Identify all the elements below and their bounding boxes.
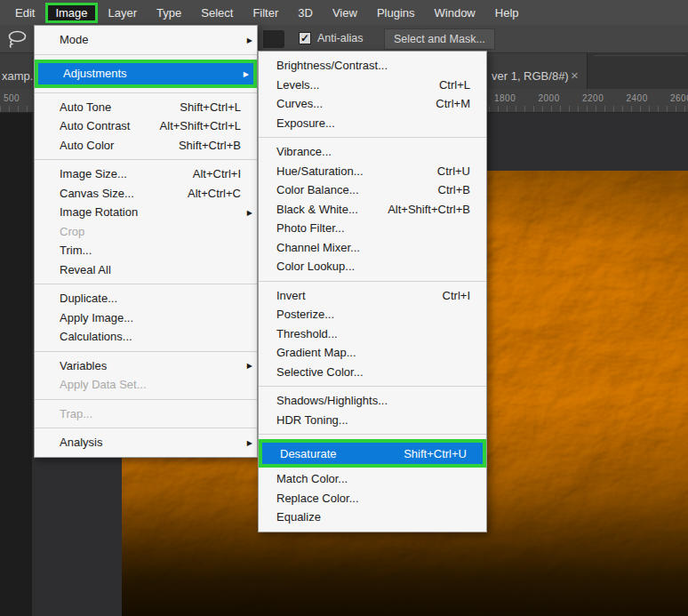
adjustments-item-color-lookup[interactable]: Color Lookup... [259, 257, 486, 276]
image-menu-item-crop: Crop [35, 222, 257, 242]
adjustments-item-black-white[interactable]: Black & White...Alt+Shift+Ctrl+B [259, 200, 486, 220]
adjustments-item-levels[interactable]: Levels...Ctrl+L [259, 76, 486, 95]
menu-item-label: Reveal All [60, 263, 111, 276]
adjustments-item-exposure[interactable]: Exposure... [259, 114, 486, 133]
lasso-tool-icon[interactable] [5, 28, 28, 54]
image-menu-separator [35, 92, 257, 93]
submenu-arrow-icon: ▶ [247, 362, 252, 370]
image-menu-item-auto-contrast[interactable]: Auto ContrastAlt+Shift+Ctrl+L [35, 116, 257, 136]
adjustments-item-threshold[interactable]: Threshold... [259, 324, 486, 344]
menubar-item-layer[interactable]: Layer [99, 3, 148, 23]
close-tab-icon[interactable]: × [571, 68, 579, 83]
adjustments-item-brightness-contrast[interactable]: Brightness/Contrast... [259, 56, 486, 76]
adjustments-item-shadows-highlights[interactable]: Shadows/Highlights... [259, 391, 486, 411]
menu-item-label: Auto Color [60, 139, 114, 152]
menu-item-shortcut: Alt+Ctrl+I [193, 167, 241, 180]
image-menu-item-auto-tone[interactable]: Auto ToneShift+Ctrl+L [35, 98, 257, 117]
image-menu-dropdown: Mode▶Adjustments▶Auto ToneShift+Ctrl+LAu… [34, 25, 258, 458]
menu-item-label: Photo Filter... [276, 221, 345, 235]
menu-item-label: Analysis [60, 436, 102, 449]
menubar-item-filter[interactable]: Filter [243, 3, 288, 23]
adjustments-item-desaturate[interactable]: DesaturateShift+Ctrl+U [262, 443, 483, 464]
adjustments-item-curves[interactable]: Curves...Ctrl+M [259, 94, 486, 114]
select-and-mask-button[interactable]: Select and Mask... [384, 28, 495, 50]
green-highlight-box: Adjustments▶ [35, 60, 257, 88]
menu-item-label: Duplicate... [60, 292, 117, 305]
menu-item-label: Calculations... [60, 330, 132, 343]
image-menu-item-auto-color[interactable]: Auto ColorShift+Ctrl+B [35, 136, 257, 156]
ruler-label: 2600 [670, 93, 688, 103]
image-menu-item-adjustments[interactable]: Adjustments▶ [38, 63, 253, 84]
menu-item-shortcut: Shift+Ctrl+U [404, 447, 467, 460]
adjustments-item-selective-color[interactable]: Selective Color... [259, 363, 486, 382]
menu-item-shortcut: Shift+Ctrl+B [179, 139, 241, 152]
menubar-item-window[interactable]: Window [425, 3, 485, 23]
menubar-item-image[interactable]: Image [45, 3, 97, 23]
menu-item-label: Replace Color... [276, 492, 359, 505]
menu-item-label: Vibrance... [276, 145, 332, 158]
adjustments-item-vibrance[interactable]: Vibrance... [259, 142, 486, 162]
image-menu-item-duplicate[interactable]: Duplicate... [35, 289, 257, 308]
image-menu-item-image-size[interactable]: Image Size...Alt+Ctrl+I [35, 164, 257, 184]
image-menu-item-analysis[interactable]: Analysis▶ [35, 433, 257, 452]
anti-alias-checkbox[interactable]: ✓ [299, 32, 311, 44]
menubar-item-3d[interactable]: 3D [288, 3, 323, 23]
image-menu-item-calculations[interactable]: Calculations... [35, 327, 257, 347]
adjustments-separator [259, 137, 486, 138]
menu-item-label: Levels... [276, 78, 319, 92]
menubar-item-edit[interactable]: Edit [5, 3, 44, 23]
photoshop-window: EditImageLayerTypeSelectFilter3DViewPlug… [0, 0, 688, 616]
adjustments-item-equalize[interactable]: Equalize [259, 508, 486, 527]
menubar-item-select[interactable]: Select [191, 3, 243, 23]
document-tab-label-right: ver 1, RGB/8#) [492, 69, 569, 83]
tabbar-seam [594, 55, 686, 56]
menu-item-label: Variables [60, 359, 107, 372]
image-menu-item-trap: Trap... [35, 404, 257, 424]
image-menu-item-image-rotation[interactable]: Image Rotation▶ [35, 203, 257, 222]
anti-alias-option: ✓ Anti-alias [299, 32, 363, 44]
menubar-item-plugins[interactable]: Plugins [367, 3, 425, 23]
ruler-label: 1800 [494, 93, 516, 103]
image-menu-item-canvas-size[interactable]: Canvas Size...Alt+Ctrl+C [35, 184, 257, 204]
menu-item-shortcut: Ctrl+B [438, 183, 470, 196]
menu-item-label: Black & White... [276, 203, 358, 216]
menu-item-label: Shadows/Highlights... [276, 394, 388, 407]
adjustments-item-posterize[interactable]: Posterize... [259, 305, 486, 324]
menu-item-shortcut: Shift+Ctrl+L [180, 100, 241, 114]
adjustments-separator [259, 281, 486, 282]
menu-item-shortcut: Ctrl+U [437, 164, 470, 178]
adjustments-item-photo-filter[interactable]: Photo Filter... [259, 219, 486, 238]
menu-item-label: Trap... [60, 407, 92, 420]
feather-field-fragment[interactable] [263, 30, 284, 48]
menu-item-label: Channel Mixer... [276, 241, 360, 254]
menu-item-label: Crop [60, 225, 84, 238]
image-menu-item-trim[interactable]: Trim... [35, 241, 257, 260]
menu-item-label: Equalize [276, 510, 321, 524]
image-menu-item-apply-image[interactable]: Apply Image... [35, 308, 257, 328]
adjustments-item-hue-saturation[interactable]: Hue/Saturation...Ctrl+U [259, 162, 486, 181]
submenu-arrow-icon: ▶ [247, 36, 252, 44]
submenu-arrow-icon: ▶ [244, 69, 249, 77]
adjustments-separator [259, 386, 486, 387]
image-menu-separator [35, 159, 257, 160]
menu-item-label: Canvas Size... [60, 187, 134, 200]
anti-alias-label: Anti-alias [317, 32, 363, 44]
adjustments-item-match-color[interactable]: Match Color... [259, 469, 486, 489]
ruler-label: 2000 [539, 93, 560, 103]
adjustments-item-color-balance[interactable]: Color Balance...Ctrl+B [259, 180, 486, 200]
image-menu-item-variables[interactable]: Variables▶ [35, 356, 257, 376]
menu-item-label: Desaturate [280, 447, 337, 460]
adjustments-item-channel-mixer[interactable]: Channel Mixer... [259, 238, 486, 258]
adjustments-item-replace-color[interactable]: Replace Color... [259, 489, 486, 508]
menu-item-label: Match Color... [276, 472, 348, 485]
menubar-item-view[interactable]: View [323, 3, 367, 23]
menubar-item-help[interactable]: Help [485, 3, 529, 23]
adjustments-item-gradient-map[interactable]: Gradient Map... [259, 343, 486, 363]
adjustments-item-hdr-toning[interactable]: HDR Toning... [259, 411, 486, 430]
submenu-arrow-icon: ▶ [247, 438, 252, 446]
image-menu-item-reveal-all[interactable]: Reveal All [35, 260, 257, 280]
menubar-item-type[interactable]: Type [147, 3, 191, 23]
menu-item-shortcut: Alt+Ctrl+C [188, 187, 241, 200]
adjustments-item-invert[interactable]: InvertCtrl+I [259, 286, 486, 306]
image-menu-item-mode[interactable]: Mode▶ [35, 30, 257, 50]
